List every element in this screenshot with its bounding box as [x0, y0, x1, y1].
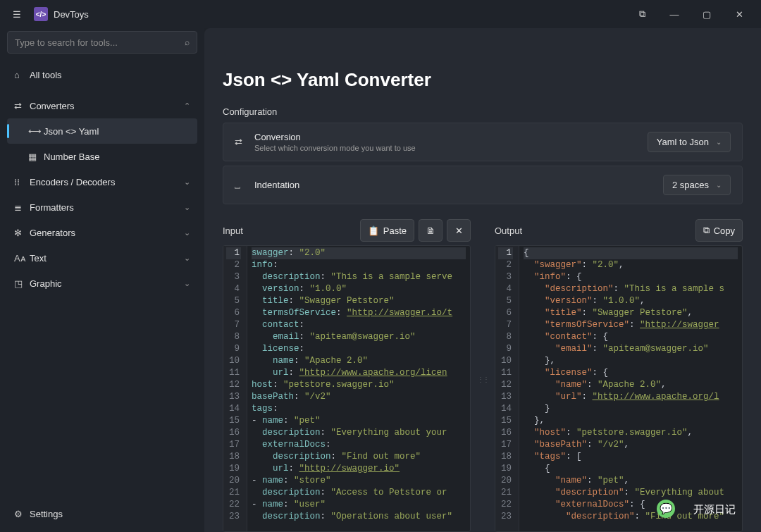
conversion-title: Conversion [254, 132, 648, 142]
gear-icon: ⚙ [14, 509, 30, 519]
sidebar-item-label: Generators [30, 228, 184, 238]
output-pane-title: Output [495, 225, 691, 236]
sidebar-item-encoders[interactable]: ⁞⁞ Encoders / Decoders ⌄ [7, 169, 197, 194]
encoders-icon: ⁞⁞ [14, 177, 30, 187]
sidebar-item-label: Encoders / Decoders [30, 177, 184, 187]
hamburger-icon[interactable]: ☰ [6, 9, 28, 20]
sidebar-item-label: Json <> Yaml [44, 126, 190, 137]
sidebar-item-text[interactable]: Aᴀ Text ⌄ [7, 245, 197, 271]
sidebar-item-formatters[interactable]: ≣ Formatters ⌄ [7, 194, 197, 220]
conversion-icon: ⇄ [235, 137, 254, 147]
sidebar-item-label: Formatters [30, 202, 184, 213]
indentation-dropdown[interactable]: 2 spaces ⌄ [663, 175, 731, 195]
sidebar-item-label: Converters [30, 101, 184, 111]
compact-mode-icon[interactable]: ⧉ [626, 0, 658, 28]
page-title: Json <> Yaml Converter [223, 69, 743, 91]
json-yaml-icon: ⟷ [28, 126, 44, 137]
copy-button[interactable]: ⧉ Copy [695, 219, 743, 242]
sidebar-item-label: Graphic [30, 278, 184, 289]
search-input[interactable] [15, 37, 185, 48]
config-card-indentation: ⎵ Indentation 2 spaces ⌄ [223, 166, 743, 204]
sidebar-item-label: Text [30, 253, 184, 264]
output-editor[interactable]: 1234567891011121314151617181920212223 { … [495, 245, 743, 532]
sidebar-item-generators[interactable]: ✻ Generators ⌄ [7, 220, 197, 245]
sidebar-item-graphic[interactable]: ◳ Graphic ⌄ [7, 271, 197, 296]
close-button[interactable]: ✕ [723, 0, 755, 28]
indentation-title: Indentation [254, 180, 663, 190]
indentation-icon: ⎵ [235, 180, 254, 190]
chevron-down-icon: ⌄ [184, 228, 190, 237]
search-icon: ⌕ [185, 37, 190, 47]
sidebar-item-converters[interactable]: ⇄ Converters ⌃ [7, 93, 197, 118]
output-pane: Output ⧉ Copy 12345678910111213141516171… [495, 218, 743, 532]
config-section-label: Configuration [223, 106, 743, 117]
main-content: Json <> Yaml Converter Configuration ⇄ C… [204, 28, 761, 532]
sidebar-item-json-yaml[interactable]: ⟷ Json <> Yaml [7, 118, 197, 144]
app-title: DevToys [54, 9, 89, 20]
sidebar-item-all-tools[interactable]: ⌂ All tools [7, 62, 197, 87]
sidebar-item-label: All tools [30, 70, 190, 80]
sidebar-item-settings[interactable]: ⚙ Settings [7, 501, 197, 526]
input-pane-title: Input [223, 225, 356, 236]
open-file-button[interactable]: 🗎 [419, 219, 443, 242]
chevron-down-icon: ⌄ [184, 279, 190, 288]
chevron-down-icon: ⌄ [716, 181, 722, 189]
copy-icon: ⧉ [703, 225, 710, 236]
minimize-button[interactable]: — [658, 0, 691, 28]
indentation-value: 2 spaces [672, 180, 709, 190]
paste-button[interactable]: 📋 Paste [360, 219, 414, 242]
sidebar-item-label: Settings [30, 509, 190, 519]
converters-icon: ⇄ [14, 101, 30, 111]
clear-button[interactable]: ✕ [447, 219, 471, 242]
watermark-avatar: 💬 [657, 500, 675, 518]
paste-label: Paste [383, 225, 407, 236]
input-editor[interactable]: 1234567891011121314151617181920212223 sw… [223, 245, 471, 532]
sidebar: ⌕ ⌂ All tools ⇄ Converters ⌃ ⟷ Json <> Y… [0, 28, 204, 532]
conversion-value: Yaml to Json [657, 137, 709, 147]
formatters-icon: ≣ [14, 202, 30, 213]
maximize-button[interactable]: ▢ [691, 0, 723, 28]
sidebar-item-label: Number Base [44, 151, 190, 162]
chevron-down-icon: ⌄ [716, 138, 722, 146]
conversion-dropdown[interactable]: Yaml to Json ⌄ [648, 132, 731, 152]
input-pane: Input 📋 Paste 🗎 ✕ 1234567891011121314151… [223, 218, 471, 532]
watermark-text: 开源日记 [693, 503, 736, 516]
chevron-down-icon: ⌄ [184, 203, 190, 212]
home-icon: ⌂ [14, 70, 30, 80]
graphic-icon: ◳ [14, 278, 30, 289]
titlebar: ☰ </> DevToys ⧉ — ▢ ✕ [0, 0, 761, 28]
generators-icon: ✻ [14, 228, 30, 238]
close-icon: ✕ [455, 225, 463, 236]
file-icon: 🗎 [426, 225, 435, 236]
config-card-conversion: ⇄ Conversion Select which conversion mod… [223, 123, 743, 161]
number-base-icon: ▦ [28, 151, 44, 162]
app-logo-icon: </> [34, 7, 48, 21]
conversion-desc: Select which conversion mode you want to… [254, 144, 648, 152]
text-icon: Aᴀ [14, 253, 30, 264]
chevron-down-icon: ⌄ [184, 178, 190, 187]
paste-icon: 📋 [368, 225, 379, 236]
chevron-up-icon: ⌃ [184, 101, 190, 111]
chevron-down-icon: ⌄ [184, 254, 190, 263]
sidebar-item-number-base[interactable]: ▦ Number Base [7, 144, 197, 169]
pane-splitter[interactable] [481, 218, 485, 532]
search-box[interactable]: ⌕ [7, 31, 197, 54]
copy-label: Copy [714, 225, 735, 236]
